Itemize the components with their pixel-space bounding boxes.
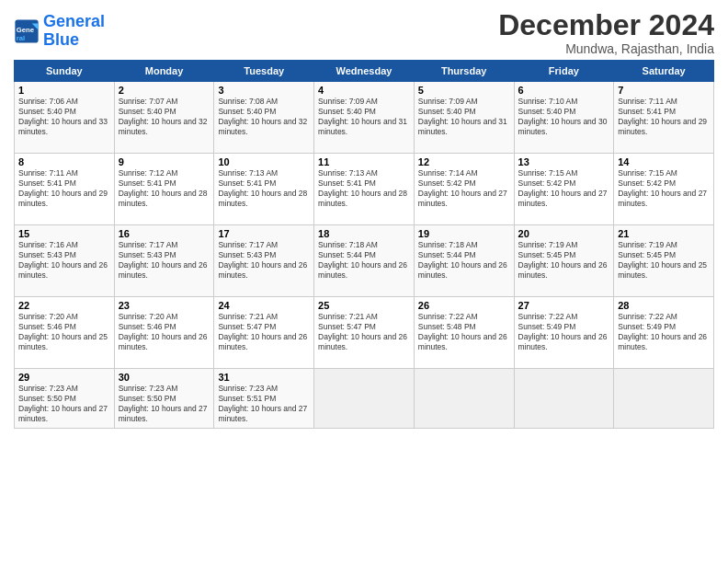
logo-line2: Blue <box>43 30 79 49</box>
day-info: Sunrise: 7:06 AM Sunset: 5:40 PM Dayligh… <box>18 97 110 137</box>
logo-line1: General <box>43 12 105 30</box>
day-number: 24 <box>218 300 310 311</box>
day-number: 4 <box>318 85 410 96</box>
table-row: 30 Sunrise: 7:23 AM Sunset: 5:50 PM Dayl… <box>114 369 214 429</box>
logo-icon: Gene ral <box>14 18 40 44</box>
day-info: Sunrise: 7:16 AM Sunset: 5:43 PM Dayligh… <box>18 240 110 281</box>
day-number: 3 <box>218 85 310 96</box>
day-info: Sunrise: 7:23 AM Sunset: 5:50 PM Dayligh… <box>119 384 210 424</box>
day-info: Sunrise: 7:17 AM Sunset: 5:43 PM Dayligh… <box>218 240 310 281</box>
table-row: 25 Sunrise: 7:21 AM Sunset: 5:47 PM Dayl… <box>314 297 415 369</box>
day-number: 30 <box>119 372 210 383</box>
day-number: 9 <box>119 156 210 167</box>
day-number: 12 <box>418 156 510 167</box>
table-row: 3 Sunrise: 7:08 AM Sunset: 5:40 PM Dayli… <box>214 82 314 154</box>
table-row: 16 Sunrise: 7:17 AM Sunset: 5:43 PM Dayl… <box>114 225 214 297</box>
weekday-row: Sunday Monday Tuesday Wednesday Thursday… <box>15 61 714 82</box>
day-number: 21 <box>618 228 710 239</box>
col-monday: Monday <box>114 61 214 82</box>
table-row <box>514 369 614 429</box>
day-number: 25 <box>318 300 410 311</box>
table-row: 31 Sunrise: 7:23 AM Sunset: 5:51 PM Dayl… <box>214 369 314 429</box>
day-number: 2 <box>119 85 210 96</box>
day-info: Sunrise: 7:11 AM Sunset: 5:41 PM Dayligh… <box>618 97 710 137</box>
day-info: Sunrise: 7:11 AM Sunset: 5:41 PM Dayligh… <box>18 168 110 209</box>
day-info: Sunrise: 7:19 AM Sunset: 5:45 PM Dayligh… <box>518 240 610 281</box>
col-tuesday: Tuesday <box>214 61 314 82</box>
col-sunday: Sunday <box>15 61 115 82</box>
table-row: 28 Sunrise: 7:22 AM Sunset: 5:49 PM Dayl… <box>614 297 714 369</box>
calendar-body: 1 Sunrise: 7:06 AM Sunset: 5:40 PM Dayli… <box>15 82 714 429</box>
day-number: 19 <box>418 228 510 239</box>
table-row: 22 Sunrise: 7:20 AM Sunset: 5:46 PM Dayl… <box>15 297 115 369</box>
col-saturday: Saturday <box>614 61 714 82</box>
day-info: Sunrise: 7:14 AM Sunset: 5:42 PM Dayligh… <box>418 168 510 209</box>
day-number: 27 <box>518 300 610 311</box>
day-number: 26 <box>418 300 510 311</box>
table-row: 4 Sunrise: 7:09 AM Sunset: 5:40 PM Dayli… <box>314 82 415 154</box>
day-number: 28 <box>618 300 710 311</box>
day-number: 16 <box>119 228 210 239</box>
day-info: Sunrise: 7:17 AM Sunset: 5:43 PM Dayligh… <box>119 240 210 281</box>
table-row <box>314 369 415 429</box>
table-row: 7 Sunrise: 7:11 AM Sunset: 5:41 PM Dayli… <box>614 82 714 154</box>
day-info: Sunrise: 7:18 AM Sunset: 5:44 PM Dayligh… <box>418 240 510 281</box>
day-number: 5 <box>418 85 510 96</box>
day-number: 8 <box>18 156 110 167</box>
table-row: 17 Sunrise: 7:17 AM Sunset: 5:43 PM Dayl… <box>214 225 314 297</box>
day-number: 7 <box>618 85 710 96</box>
day-info: Sunrise: 7:09 AM Sunset: 5:40 PM Dayligh… <box>418 97 510 137</box>
month-title: December 2024 <box>498 9 714 41</box>
table-row: 2 Sunrise: 7:07 AM Sunset: 5:40 PM Dayli… <box>114 82 214 154</box>
table-row: 10 Sunrise: 7:13 AM Sunset: 5:41 PM Dayl… <box>214 154 314 225</box>
logo: Gene ral General Blue <box>14 13 105 50</box>
day-info: Sunrise: 7:13 AM Sunset: 5:41 PM Dayligh… <box>218 168 310 209</box>
day-info: Sunrise: 7:21 AM Sunset: 5:47 PM Dayligh… <box>318 312 410 352</box>
table-row: 15 Sunrise: 7:16 AM Sunset: 5:43 PM Dayl… <box>15 225 115 297</box>
table-row <box>414 369 514 429</box>
table-row <box>614 369 714 429</box>
header: Gene ral General Blue December 2024 Mund… <box>14 9 714 56</box>
table-row: 27 Sunrise: 7:22 AM Sunset: 5:49 PM Dayl… <box>514 297 614 369</box>
day-info: Sunrise: 7:07 AM Sunset: 5:40 PM Dayligh… <box>119 97 210 137</box>
table-row: 21 Sunrise: 7:19 AM Sunset: 5:45 PM Dayl… <box>614 225 714 297</box>
table-row: 29 Sunrise: 7:23 AM Sunset: 5:50 PM Dayl… <box>15 369 115 429</box>
calendar-table: Sunday Monday Tuesday Wednesday Thursday… <box>14 60 714 429</box>
day-info: Sunrise: 7:21 AM Sunset: 5:47 PM Dayligh… <box>218 312 310 352</box>
day-info: Sunrise: 7:19 AM Sunset: 5:45 PM Dayligh… <box>618 240 710 281</box>
day-info: Sunrise: 7:12 AM Sunset: 5:41 PM Dayligh… <box>119 168 210 209</box>
calendar-header: Sunday Monday Tuesday Wednesday Thursday… <box>15 61 714 82</box>
day-info: Sunrise: 7:20 AM Sunset: 5:46 PM Dayligh… <box>119 312 210 352</box>
svg-text:Gene: Gene <box>17 26 35 34</box>
col-wednesday: Wednesday <box>314 61 415 82</box>
day-number: 17 <box>218 228 310 239</box>
table-row: 26 Sunrise: 7:22 AM Sunset: 5:48 PM Dayl… <box>414 297 514 369</box>
table-row: 1 Sunrise: 7:06 AM Sunset: 5:40 PM Dayli… <box>15 82 115 154</box>
table-row: 12 Sunrise: 7:14 AM Sunset: 5:42 PM Dayl… <box>414 154 514 225</box>
day-info: Sunrise: 7:13 AM Sunset: 5:41 PM Dayligh… <box>318 168 410 209</box>
location-subtitle: Mundwa, Rajasthan, India <box>498 41 714 56</box>
logo-text: General Blue <box>43 13 105 50</box>
day-info: Sunrise: 7:09 AM Sunset: 5:40 PM Dayligh… <box>318 97 410 137</box>
day-number: 23 <box>119 300 210 311</box>
day-number: 20 <box>518 228 610 239</box>
title-section: December 2024 Mundwa, Rajasthan, India <box>498 9 714 56</box>
day-info: Sunrise: 7:08 AM Sunset: 5:40 PM Dayligh… <box>218 97 310 137</box>
day-number: 31 <box>218 372 310 383</box>
table-row: 9 Sunrise: 7:12 AM Sunset: 5:41 PM Dayli… <box>114 154 214 225</box>
day-number: 1 <box>18 85 110 96</box>
day-number: 15 <box>18 228 110 239</box>
day-info: Sunrise: 7:23 AM Sunset: 5:51 PM Dayligh… <box>218 384 310 424</box>
table-row: 19 Sunrise: 7:18 AM Sunset: 5:44 PM Dayl… <box>414 225 514 297</box>
day-number: 29 <box>18 372 110 383</box>
day-info: Sunrise: 7:15 AM Sunset: 5:42 PM Dayligh… <box>518 168 610 209</box>
day-number: 14 <box>618 156 710 167</box>
day-info: Sunrise: 7:10 AM Sunset: 5:40 PM Dayligh… <box>518 97 610 137</box>
col-thursday: Thursday <box>414 61 514 82</box>
day-info: Sunrise: 7:22 AM Sunset: 5:49 PM Dayligh… <box>518 312 610 352</box>
day-info: Sunrise: 7:20 AM Sunset: 5:46 PM Dayligh… <box>18 312 110 352</box>
table-row: 13 Sunrise: 7:15 AM Sunset: 5:42 PM Dayl… <box>514 154 614 225</box>
table-row: 14 Sunrise: 7:15 AM Sunset: 5:42 PM Dayl… <box>614 154 714 225</box>
table-row: 24 Sunrise: 7:21 AM Sunset: 5:47 PM Dayl… <box>214 297 314 369</box>
table-row: 11 Sunrise: 7:13 AM Sunset: 5:41 PM Dayl… <box>314 154 415 225</box>
